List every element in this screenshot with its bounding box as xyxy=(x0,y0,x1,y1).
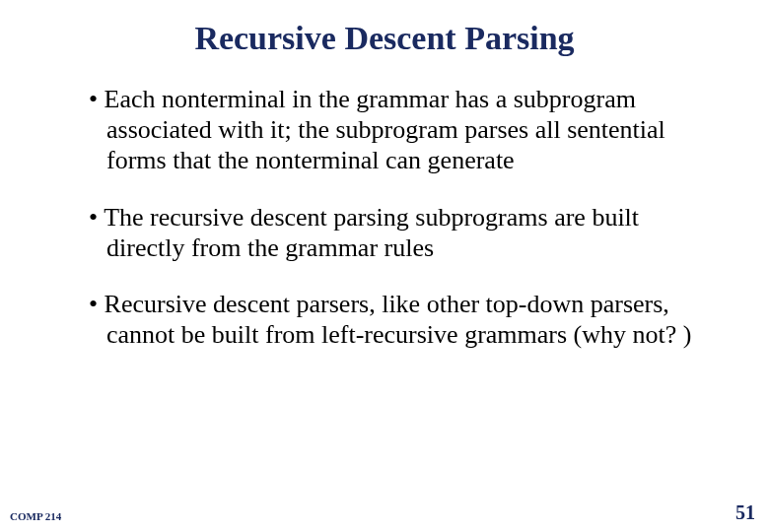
slide-title: Recursive Descent Parsing xyxy=(0,20,769,57)
footer-course-code: COMP 214 xyxy=(10,510,61,522)
footer-page-number: 51 xyxy=(735,501,755,524)
slide-body: Each nonterminal in the grammar has a su… xyxy=(89,84,710,375)
slide: Recursive Descent Parsing Each nontermin… xyxy=(0,0,769,532)
bullet-item: Recursive descent parsers, like other to… xyxy=(89,289,710,350)
bullet-item: The recursive descent parsing subprogram… xyxy=(89,202,710,263)
bullet-item: Each nonterminal in the grammar has a su… xyxy=(89,84,710,176)
